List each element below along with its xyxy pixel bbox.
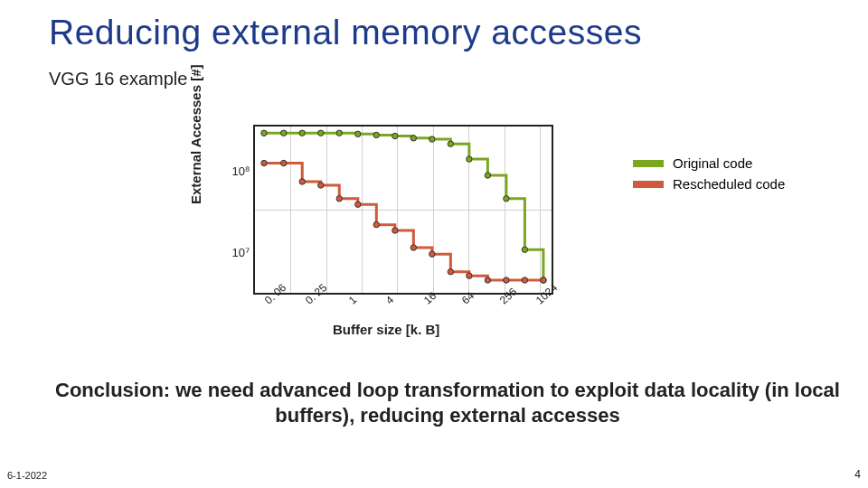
x-axis-label: Buffer size [k. B] xyxy=(333,322,439,337)
y-tick-1e8: 10⁸ xyxy=(222,164,250,178)
data-point xyxy=(261,160,267,165)
subtitle: VGG 16 example xyxy=(49,69,187,89)
data-point xyxy=(448,141,453,146)
data-point xyxy=(429,136,435,142)
data-point xyxy=(448,269,453,275)
data-point xyxy=(485,173,490,178)
data-point xyxy=(336,196,342,202)
data-point xyxy=(410,136,416,141)
data-point xyxy=(261,130,267,136)
data-point xyxy=(318,130,324,136)
data-point xyxy=(522,247,527,252)
legend: Original code Rescheduled code xyxy=(633,155,785,197)
data-point xyxy=(541,277,546,283)
data-point xyxy=(318,183,324,188)
data-point xyxy=(299,130,305,136)
date-footer: 6-1-2022 xyxy=(7,470,47,481)
y-axis-label: External Accesses [#] xyxy=(188,64,203,204)
legend-item-rescheduled: Rescheduled code xyxy=(633,176,785,192)
data-point xyxy=(504,196,509,202)
data-point xyxy=(373,132,379,137)
data-point xyxy=(392,228,398,233)
data-point xyxy=(522,277,527,283)
data-point xyxy=(281,160,287,165)
data-point xyxy=(467,156,472,162)
legend-swatch-icon xyxy=(633,160,664,167)
data-point xyxy=(336,130,342,136)
page-number: 4 xyxy=(854,468,861,481)
data-point xyxy=(392,133,398,138)
series-line xyxy=(264,133,543,280)
legend-item-original: Original code xyxy=(633,155,785,171)
conclusion-text: Conclusion: we need advanced loop transf… xyxy=(54,378,841,427)
y-tick-1e7: 10⁷ xyxy=(222,246,250,259)
data-point xyxy=(281,130,287,136)
data-point xyxy=(485,277,490,283)
x-tick: 1 xyxy=(346,294,359,307)
data-point xyxy=(299,179,305,184)
slide: Reducing external memory accesses VGG 16… xyxy=(0,0,868,488)
series-line xyxy=(264,164,543,281)
data-point xyxy=(410,245,416,250)
data-point xyxy=(355,131,361,136)
data-point xyxy=(355,202,361,207)
data-point xyxy=(504,277,509,283)
data-point xyxy=(467,273,472,278)
chart: External Accesses [#] Buffer size [k. B]… xyxy=(197,117,620,340)
legend-label: Rescheduled code xyxy=(673,176,785,192)
legend-label: Original code xyxy=(673,155,752,171)
x-tick: 4 xyxy=(383,294,396,307)
data-point xyxy=(373,221,379,227)
plot-svg xyxy=(253,125,550,291)
data-point xyxy=(429,251,435,257)
legend-swatch-icon xyxy=(633,181,664,188)
page-title: Reducing external memory accesses xyxy=(49,13,642,52)
